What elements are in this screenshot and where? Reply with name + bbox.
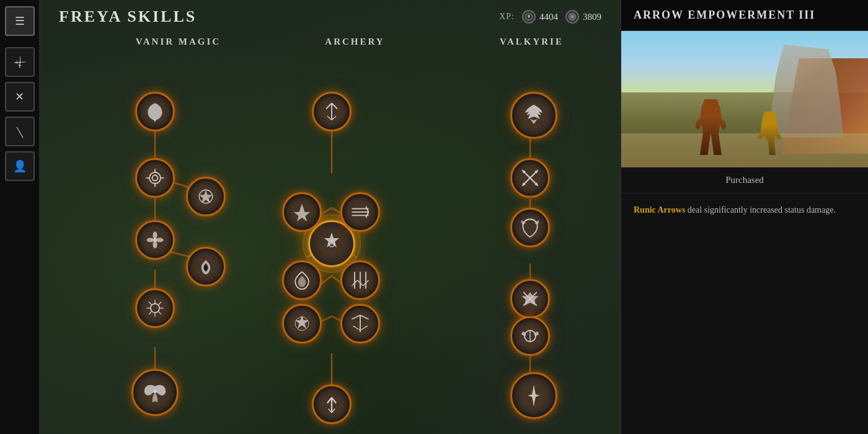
svg-line-63	[353, 326, 360, 330]
detail-panel: ARROW EMPOWERMENT III Purchased Runic Ar…	[620, 0, 868, 434]
skill-node-vanir-2b[interactable]	[186, 177, 226, 216]
svg-point-25	[153, 175, 158, 181]
sidebar-menu[interactable]: ☰	[5, 6, 35, 36]
skill-node-vanir-2[interactable]	[135, 158, 175, 198]
skill-node-vanir-1[interactable]	[135, 92, 175, 131]
status-text: Purchased	[725, 175, 764, 185]
skill-node-archery-8[interactable]	[340, 304, 380, 343]
svg-line-38	[158, 302, 161, 305]
svg-point-2	[570, 15, 574, 19]
description-highlight: Runic Arrows	[634, 205, 685, 215]
skill-node-vanir-4[interactable]	[135, 288, 175, 328]
xp-value-1: 4404	[539, 12, 558, 22]
xp-area: XP: 4404 3809	[499, 10, 601, 24]
svg-line-43	[326, 104, 332, 109]
menu-icon: ☰	[15, 14, 25, 28]
skill-node-archery-4[interactable]	[340, 192, 380, 232]
skill-node-valkyrie-4[interactable]	[510, 279, 550, 319]
sidebar-character[interactable]: 👤	[5, 151, 35, 181]
category-archery: ARCHERY	[325, 37, 384, 46]
category-vanir: VANIR MAGIC	[136, 37, 221, 46]
detail-description: Runic Arrows deal significantly increase…	[621, 193, 868, 227]
svg-line-61	[352, 316, 361, 319]
skill-node-archery-3[interactable]	[282, 192, 322, 232]
skill-node-archery-6[interactable]	[340, 260, 380, 300]
skill-node-vanir-5[interactable]	[131, 369, 179, 416]
svg-line-37	[149, 302, 152, 305]
svg-line-39	[149, 311, 152, 314]
blade-icon: |	[14, 124, 25, 140]
description-body: deal significantly increased status dama…	[685, 205, 836, 215]
skill-node-archery-7[interactable]	[282, 304, 322, 343]
skill-node-vanir-3[interactable]	[135, 220, 175, 260]
sidebar-weapon[interactable]: |	[5, 117, 35, 146]
detail-title: ARROW EMPOWERMENT III	[621, 0, 868, 31]
svg-point-32	[151, 304, 159, 312]
page-title: FREYA SKILLS	[59, 7, 197, 26]
skill-node-archery-9[interactable]	[312, 384, 352, 424]
svg-line-62	[360, 316, 369, 319]
skill-node-valkyrie-2[interactable]	[510, 158, 550, 198]
svg-line-40	[158, 311, 161, 314]
svg-point-31	[153, 238, 156, 241]
xp-value-2: 3809	[583, 12, 601, 22]
cross-swords-icon: ✕	[15, 90, 24, 104]
svg-line-45	[327, 116, 332, 120]
skill-tree-area: FREYA SKILLS XP: 4404 3809 VANIR MAGIC A…	[40, 0, 620, 434]
axe-icon: ⚔	[11, 53, 29, 71]
svg-line-44	[332, 104, 337, 109]
skill-node-valkyrie-5[interactable]	[510, 316, 550, 356]
sidebar-skills2[interactable]: ✕	[5, 82, 35, 112]
xp-entry-1: 4404	[522, 10, 558, 24]
xp-icon-2	[565, 10, 579, 24]
detail-status: Purchased	[621, 167, 868, 193]
xp-entry-2: 3809	[565, 10, 601, 24]
svg-point-41	[153, 389, 157, 393]
skill-node-valkyrie-1[interactable]	[510, 92, 557, 139]
skill-node-valkyrie-6[interactable]	[510, 372, 557, 419]
svg-point-24	[149, 172, 161, 184]
svg-line-46	[332, 116, 336, 120]
detail-image	[621, 31, 868, 167]
xp-label: XP:	[499, 12, 515, 22]
svg-line-64	[360, 326, 368, 330]
skill-node-vanir-3b[interactable]	[186, 247, 226, 286]
skill-node-valkyrie-3[interactable]	[510, 208, 550, 247]
portrait-icon: 👤	[13, 159, 27, 173]
sidebar: ☰ ⚔ ✕ | 👤	[0, 0, 40, 434]
skill-tree-header: FREYA SKILLS XP: 4404 3809	[40, 0, 620, 33]
skill-node-archery-5[interactable]	[282, 260, 322, 300]
xp-icon-1	[522, 10, 536, 24]
sidebar-skills1[interactable]: ⚔	[5, 47, 35, 77]
category-valkyrie: VALKYRIE	[500, 37, 564, 46]
skill-node-archery-1[interactable]	[312, 92, 352, 131]
